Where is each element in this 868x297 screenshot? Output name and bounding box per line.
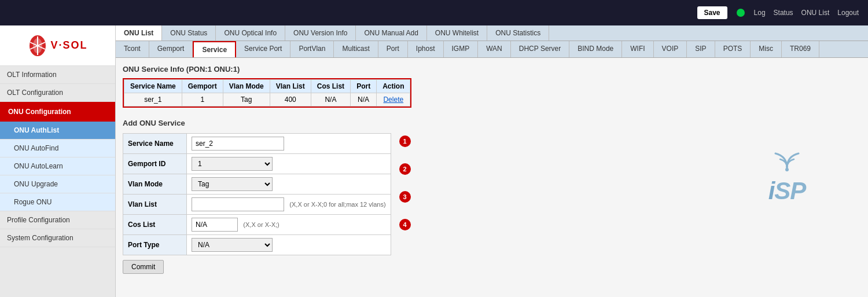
cell-gemport: 1 bbox=[182, 93, 223, 107]
cell-vlan-mode: Tag bbox=[223, 93, 270, 107]
add-service-form: Service Name Gemport ID 1 2 bbox=[123, 133, 391, 255]
header: Save Log Status ONU List Logout bbox=[0, 0, 868, 25]
service-info-table: Service Name Gemport Vlan Mode Vlan List… bbox=[124, 79, 410, 107]
form-row-port-type: Port Type N/A ETH VEIP bbox=[123, 235, 391, 255]
tab-misc[interactable]: Misc bbox=[751, 41, 782, 57]
svg-point-5 bbox=[785, 168, 789, 171]
sidebar: V·SOL OLT Information OLT Configuration … bbox=[0, 25, 116, 297]
form-row-cos-list: Cos List (X,X or X-X;) bbox=[123, 215, 391, 235]
wifi-icon bbox=[768, 151, 806, 177]
cos-list-hint: (X,X or X-X;) bbox=[240, 221, 279, 228]
content-main: ONU Service Info (PON:1 ONU:1) Service N… bbox=[116, 58, 706, 297]
header-links: Log Status ONU List Logout bbox=[754, 9, 859, 17]
col-cos-list: Cos List bbox=[311, 80, 350, 93]
form-row-gemport-id: Gemport ID 1 2 3 4 bbox=[123, 154, 391, 174]
main-layout: V·SOL OLT Information OLT Configuration … bbox=[0, 25, 868, 297]
sidebar-item-profile-config[interactable]: Profile Configuration bbox=[0, 211, 115, 229]
add-service-title: Add ONU Service bbox=[123, 119, 699, 127]
port-type-select[interactable]: N/A ETH VEIP bbox=[192, 238, 273, 252]
content-body: ONU Service Info (PON:1 ONU:1) Service N… bbox=[116, 58, 868, 297]
tab-wifi[interactable]: WIFI bbox=[622, 41, 653, 57]
col-service-name: Service Name bbox=[124, 80, 182, 93]
label-vlan-mode: Vlan Mode bbox=[123, 174, 187, 195]
badge-2: 2 bbox=[399, 163, 411, 175]
sidebar-item-onu-upgrade[interactable]: ONU Upgrade bbox=[0, 175, 115, 193]
onu-list-link[interactable]: ONU List bbox=[801, 9, 830, 17]
sidebar-item-olt-info[interactable]: OLT Information bbox=[0, 66, 115, 84]
input-cell-gemport-id: 1 2 3 4 bbox=[187, 154, 391, 174]
content-area: ONU List ONU Status ONU Optical Info ONU… bbox=[116, 25, 868, 297]
logo-text: V·SOL bbox=[50, 39, 87, 52]
label-port-type: Port Type bbox=[123, 235, 187, 255]
vlan-mode-select[interactable]: Tag Transparent Trunk bbox=[192, 177, 273, 191]
tab-onu-list[interactable]: ONU List bbox=[116, 25, 162, 41]
cell-vlan-list: 400 bbox=[270, 93, 311, 107]
sidebar-item-olt-config[interactable]: OLT Configuration bbox=[0, 84, 115, 102]
tab-wan[interactable]: WAN bbox=[478, 41, 511, 57]
log-link[interactable]: Log bbox=[754, 9, 766, 17]
tab-pots[interactable]: POTS bbox=[715, 41, 751, 57]
sidebar-item-onu-autofind[interactable]: ONU AutoFind bbox=[0, 140, 115, 157]
tab-multicast[interactable]: Multicast bbox=[334, 41, 378, 57]
col-action: Action bbox=[377, 80, 410, 93]
tab-port[interactable]: Port bbox=[378, 41, 408, 57]
label-cos-list: Cos List bbox=[123, 215, 187, 235]
tab-gemport[interactable]: Gemport bbox=[149, 41, 193, 57]
tab-voip[interactable]: VOIP bbox=[654, 41, 687, 57]
cell-cos-list: N/A bbox=[311, 93, 350, 107]
form-row-vlan-list: Vlan List (X,X or X-X;0 for all;max 12 v… bbox=[123, 195, 391, 215]
tab-onu-version[interactable]: ONU Version Info bbox=[285, 25, 356, 41]
col-gemport: Gemport bbox=[182, 80, 223, 93]
isp-logo: iSP bbox=[768, 151, 806, 205]
sidebar-item-onu-authlist[interactable]: ONU AuthList bbox=[0, 122, 115, 140]
tab-dhcp-server[interactable]: DHCP Server bbox=[511, 41, 569, 57]
tab-onu-optical[interactable]: ONU Optical Info bbox=[216, 25, 285, 41]
isp-logo-area: iSP bbox=[706, 58, 868, 297]
tab-tr069[interactable]: TR069 bbox=[782, 41, 819, 57]
table-header-row: Service Name Gemport Vlan Mode Vlan List… bbox=[124, 80, 410, 93]
badge-1: 1 bbox=[399, 135, 411, 147]
status-link[interactable]: Status bbox=[774, 9, 793, 17]
tab-tcont[interactable]: Tcont bbox=[116, 41, 149, 57]
isp-text: iSP bbox=[768, 177, 806, 205]
table-row: ser_1 1 Tag 400 N/A N/A Delete bbox=[124, 93, 410, 107]
vsol-logo-icon bbox=[27, 34, 48, 57]
input-cell-cos-list: (X,X or X-X;) bbox=[187, 215, 391, 235]
tab-bind-mode[interactable]: BIND Mode bbox=[569, 41, 622, 57]
delete-link[interactable]: Delete bbox=[383, 96, 403, 104]
commit-button[interactable]: Commit bbox=[123, 260, 164, 274]
tab-portvlan[interactable]: PortVlan bbox=[290, 41, 334, 57]
sidebar-item-onu-config[interactable]: ONU Configuration bbox=[0, 102, 115, 122]
col-port: Port bbox=[351, 80, 377, 93]
gemport-id-select[interactable]: 1 2 3 4 bbox=[192, 157, 273, 171]
status-indicator bbox=[737, 9, 745, 17]
tab-onu-status[interactable]: ONU Status bbox=[162, 25, 216, 41]
sidebar-item-onu-autolearn[interactable]: ONU AutoLearn bbox=[0, 157, 115, 175]
vlan-list-input[interactable] bbox=[192, 197, 284, 211]
cell-service-name: ser_1 bbox=[124, 93, 182, 107]
tab-igmp[interactable]: IGMP bbox=[444, 41, 479, 57]
input-cell-vlan-list: (X,X or X-X;0 for all;max 12 vlans) bbox=[187, 195, 391, 215]
tab-service-port[interactable]: Service Port bbox=[236, 41, 290, 57]
cos-list-input[interactable] bbox=[192, 218, 238, 232]
sidebar-item-system-config[interactable]: System Configuration bbox=[0, 229, 115, 247]
col-vlan-mode: Vlan Mode bbox=[223, 80, 270, 93]
sub-tab-bar: Tcont Gemport Service Service Port PortV… bbox=[116, 41, 868, 58]
form-row-vlan-mode: Vlan Mode Tag Transparent Trunk bbox=[123, 174, 391, 195]
tab-onu-whitelist[interactable]: ONU Whitelist bbox=[427, 25, 487, 41]
input-cell-service-name bbox=[187, 134, 391, 154]
cell-action[interactable]: Delete bbox=[377, 93, 410, 107]
tab-onu-manual-add[interactable]: ONU Manual Add bbox=[356, 25, 426, 41]
label-service-name: Service Name bbox=[123, 134, 187, 154]
logout-link[interactable]: Logout bbox=[837, 9, 859, 17]
col-vlan-list: Vlan List bbox=[270, 80, 311, 93]
form-row-service-name: Service Name bbox=[123, 134, 391, 154]
tab-onu-statistics[interactable]: ONU Statistics bbox=[487, 25, 549, 41]
save-button[interactable]: Save bbox=[697, 6, 727, 19]
tab-sip[interactable]: SIP bbox=[687, 41, 715, 57]
tab-iphost[interactable]: Iphost bbox=[408, 41, 444, 57]
service-info-table-wrapper: Service Name Gemport Vlan Mode Vlan List… bbox=[123, 78, 411, 108]
service-name-input[interactable] bbox=[192, 137, 284, 151]
sidebar-item-rogue-onu[interactable]: Rogue ONU bbox=[0, 193, 115, 211]
tab-service[interactable]: Service bbox=[193, 41, 236, 57]
